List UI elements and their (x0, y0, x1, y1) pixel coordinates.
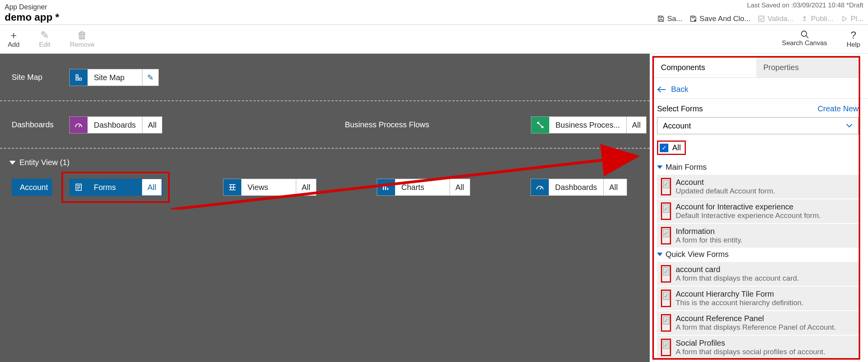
chevron-down-icon (657, 165, 662, 169)
form-title: Account Reference Panel (676, 314, 855, 323)
grid-icon (223, 179, 241, 195)
row-dashboards: Dashboards Dashboards All Business Proce… (0, 101, 650, 149)
views-tile[interactable]: Views All (223, 179, 316, 196)
edit-button[interactable]: ✎ Edit (39, 30, 50, 49)
chevron-down-icon (657, 253, 662, 256)
tab-components[interactable]: Components (654, 58, 756, 77)
search-icon (800, 30, 809, 39)
create-new-link[interactable]: Create New (817, 104, 859, 113)
form-item[interactable]: ✓account cardA form that displays the ac… (657, 262, 859, 286)
sitemap-row-label: Site Map (12, 73, 42, 82)
chevron-down-icon (9, 161, 16, 165)
form-title: Social Profiles (676, 339, 855, 348)
all-checkbox[interactable]: ✓ All (657, 141, 686, 155)
forms-tile[interactable]: Forms All (69, 179, 163, 196)
bpf-tile[interactable]: Business Proces... All (531, 116, 647, 134)
divider (650, 98, 868, 99)
svg-rect-0 (759, 16, 764, 21)
dashboards-all[interactable]: All (142, 117, 162, 133)
app-name: demo app * (5, 11, 59, 23)
right-panel: Components Properties Back Select Forms … (650, 54, 868, 362)
form-item[interactable]: ✓Account Hierarchy Tile FormThis is the … (657, 286, 859, 310)
chart-icon (377, 179, 395, 195)
publish-icon (801, 15, 808, 23)
form-checkbox[interactable]: ✓ (661, 290, 671, 307)
toolbar: ＋ Add ✎ Edit 🗑 Remove Search Canvas ? He… (0, 25, 868, 54)
help-icon: ? (850, 30, 856, 40)
form-checkbox[interactable]: ✓ (661, 314, 671, 332)
save-close-icon (689, 15, 697, 23)
remove-button[interactable]: 🗑 Remove (70, 30, 95, 49)
bpf-all[interactable]: All (626, 117, 646, 133)
entity-dropdown[interactable]: Account (657, 117, 859, 134)
tab-properties[interactable]: Properties (756, 58, 859, 77)
app-designer-label: App Designer (5, 3, 59, 11)
validate-button[interactable]: Valida... (757, 14, 794, 23)
main-forms-section[interactable]: Main Forms (657, 163, 859, 172)
last-saved-label: Last Saved on :03/09/2021 10:48 *Draft (747, 2, 863, 9)
form-checkbox[interactable]: ✓ (661, 227, 671, 244)
trash-icon: 🗑 (77, 30, 87, 40)
dashboards-tile[interactable]: Dashboards All (69, 116, 162, 134)
form-checkbox[interactable]: ✓ (661, 202, 671, 220)
sitemap-icon (70, 69, 88, 86)
form-desc: A form for this entity. (676, 236, 855, 244)
form-item[interactable]: ✓Account for Interactive experienceDefau… (657, 199, 859, 223)
form-title: Account Hierarchy Tile Form (676, 290, 855, 299)
pencil-icon: ✎ (40, 30, 49, 40)
save-button[interactable]: Sa... (657, 14, 682, 23)
form-title: Information (676, 227, 855, 236)
checkbox-icon: ✓ (663, 292, 669, 300)
forms-all[interactable]: All (142, 179, 162, 195)
checkbox-icon: ✓ (663, 267, 669, 276)
views-all[interactable]: All (296, 179, 316, 195)
form-desc: A form that displays Reference Panel of … (676, 323, 855, 332)
add-button[interactable]: ＋ Add (8, 30, 19, 49)
charts-all[interactable]: All (450, 179, 469, 195)
checkbox-icon: ✓ (663, 341, 669, 349)
row-entity: Entity View (1) Account Forms All Views … (0, 149, 650, 214)
back-button[interactable]: Back (657, 82, 859, 97)
arrow-left-icon (657, 86, 666, 93)
play-icon (840, 15, 848, 23)
form-desc: Default Interactive experience Account f… (676, 211, 855, 220)
flow-icon (531, 117, 549, 133)
play-button[interactable]: Pl... (840, 14, 863, 23)
chevron-down-icon (846, 123, 853, 128)
svg-point-1 (801, 31, 807, 36)
publish-button[interactable]: Publi... (801, 14, 833, 23)
entity-dash-all[interactable]: All (603, 179, 623, 195)
save-icon (657, 15, 665, 23)
form-checkbox[interactable]: ✓ (661, 178, 671, 195)
checkbox-icon: ✓ (660, 144, 668, 152)
row-sitemap: Site Map Site Map ✎ (0, 54, 650, 101)
gauge-icon (70, 117, 88, 133)
charts-tile[interactable]: Charts All (377, 179, 470, 196)
panel-tabs: Components Properties (654, 58, 859, 78)
form-checkbox[interactable]: ✓ (661, 339, 671, 356)
dashboards-row-label: Dashboards (12, 120, 54, 129)
form-item[interactable]: ✓Account Reference PanelA form that disp… (657, 311, 859, 335)
form-checkbox[interactable]: ✓ (661, 265, 671, 283)
plus-icon: ＋ (9, 30, 19, 40)
checkbox-icon: ✓ (663, 204, 669, 213)
save-close-button[interactable]: Save And Clo... (689, 14, 750, 23)
edit-sitemap-button[interactable]: ✎ (142, 69, 158, 86)
form-item[interactable]: ✓InformationA form for this entity. (657, 224, 859, 248)
form-desc: A form that displays the account card. (676, 274, 855, 283)
search-canvas-button[interactable]: Search Canvas (782, 30, 827, 49)
bpf-row-label: Business Process Flows (345, 120, 429, 129)
form-item[interactable]: ✓Social ProfilesA form that displays soc… (657, 336, 859, 359)
entity-account-tile[interactable]: Account (12, 179, 52, 196)
sitemap-tile[interactable]: Site Map ✎ (69, 69, 159, 86)
top-actions: Sa... Save And Clo... Valida... Publi...… (657, 14, 863, 25)
select-forms-label: Select Forms (657, 104, 703, 113)
help-button[interactable]: ? Help (847, 30, 860, 49)
form-desc: A form that displays social profiles of … (676, 348, 855, 356)
checkbox-icon: ✓ (663, 180, 669, 188)
form-desc: This is the account hierarchy definition… (676, 299, 855, 307)
entity-dashboards-tile[interactable]: Dashboards All (531, 179, 627, 196)
entity-view-toggle[interactable]: Entity View (1) (9, 158, 70, 167)
form-item[interactable]: ✓AccountUpdated default Account form. (657, 175, 859, 199)
quick-view-forms-section[interactable]: Quick View Forms (657, 250, 859, 259)
